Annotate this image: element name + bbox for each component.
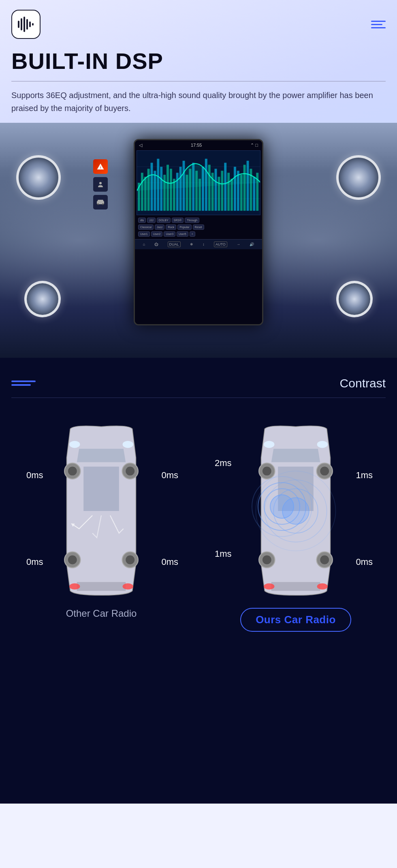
svg-rect-19	[170, 169, 172, 211]
eq-presets-row2: Classical Jazz Rock Popular Reset	[137, 224, 260, 231]
svg-rect-22	[179, 167, 182, 211]
screen-bottom-bar: ⌂ ⏻ DUAL ❄ ↕ AUTO → 🔊	[135, 239, 262, 249]
right-timing-top-right: 1ms	[356, 470, 373, 481]
svg-point-69	[263, 466, 271, 475]
svg-rect-4	[29, 21, 31, 27]
btn-reset[interactable]: Reset	[193, 224, 204, 230]
btn-popular[interactable]: Popular	[177, 224, 191, 230]
btn-user1[interactable]: User1	[138, 231, 150, 237]
btn-dolby[interactable]: DOLBY	[157, 218, 171, 223]
power-icon[interactable]: ⏻	[154, 242, 158, 246]
left-car-wrapper: 0ms 0ms 0ms 0ms	[32, 413, 170, 600]
ours-car-radio-button[interactable]: Ours Car Radio	[240, 608, 351, 632]
sound-wave	[254, 478, 310, 535]
dual-btn[interactable]: DUAL	[168, 242, 181, 247]
right-car-wrapper: 2ms 1ms 1ms 0ms	[227, 413, 365, 600]
screen-top-bar: ◁ 17:55 ⌃ □	[135, 140, 262, 150]
svg-rect-51	[98, 200, 103, 202]
logo-icon	[11, 10, 41, 39]
svg-rect-42	[243, 165, 246, 211]
svg-point-49	[99, 182, 102, 184]
btn-user3[interactable]: User3	[164, 231, 175, 237]
btn-classical[interactable]: Classical	[138, 224, 154, 230]
svg-rect-5	[32, 23, 34, 26]
svg-point-54	[69, 440, 80, 448]
right-car-column: 2ms 1ms 1ms 0ms	[198, 413, 393, 632]
left-timing-top-right: 0ms	[161, 470, 178, 481]
left-car-label-area: Other Car Radio	[66, 608, 137, 619]
person-btn	[93, 177, 108, 192]
svg-rect-37	[227, 173, 230, 211]
btn-user5[interactable]: User5	[177, 231, 188, 237]
screen-status-icons: ⌃ □	[250, 143, 258, 148]
right-timing-top-left: 2ms	[215, 458, 232, 468]
hamburger-menu-icon[interactable]	[371, 21, 386, 28]
svg-rect-39	[234, 167, 236, 211]
svg-rect-34	[218, 177, 220, 211]
svg-rect-10	[141, 173, 143, 211]
wave-circle-4	[252, 476, 312, 537]
svg-text:!: !	[100, 166, 101, 169]
header	[0, 0, 397, 45]
dash-screen: ◁ 17:55 ⌃ □	[134, 139, 263, 325]
svg-rect-31	[208, 165, 211, 211]
svg-point-59	[126, 466, 134, 475]
right-timing-bottom-left: 1ms	[215, 549, 232, 559]
svg-rect-35	[221, 171, 223, 211]
svg-point-65	[123, 583, 133, 589]
recirculate-icon[interactable]: ↕	[203, 242, 205, 246]
svg-point-61	[68, 555, 77, 564]
car-btn	[93, 195, 108, 210]
svg-rect-0	[18, 21, 19, 28]
btn-user2[interactable]: User2	[151, 231, 163, 237]
cars-comparison: 0ms 0ms 0ms 0ms	[0, 405, 397, 632]
hero-description: Supports 36EQ adjustment, and the ultra-…	[0, 89, 397, 123]
volume-icon[interactable]: 🔊	[250, 242, 254, 246]
btn-rock[interactable]: Rock	[166, 224, 176, 230]
left-car-svg	[32, 413, 170, 600]
svg-point-57	[68, 466, 77, 475]
title-divider	[11, 81, 386, 81]
contrast-header: Contrast	[0, 370, 397, 390]
svg-rect-17	[163, 175, 166, 211]
screen-inner: ◁ 17:55 ⌃ □	[135, 140, 262, 324]
speaker-ring-left-bottom	[24, 281, 61, 317]
auto-btn[interactable]: AUTO	[214, 242, 227, 247]
svg-rect-21	[176, 173, 179, 211]
eq-display	[137, 150, 260, 215]
svg-point-66	[264, 440, 274, 448]
svg-point-71	[320, 466, 329, 475]
page-title: BUILT-IN DSP	[0, 45, 397, 74]
arrow-icon[interactable]: →	[237, 242, 240, 246]
btn-jjj[interactable]: JJJ	[147, 218, 156, 223]
top-section: BUILT-IN DSP Supports 36EQ adjustment, a…	[0, 0, 397, 358]
svg-rect-3	[26, 19, 28, 30]
left-timing-bottom-right: 0ms	[161, 557, 178, 567]
dash-side-panel: !	[93, 159, 108, 210]
svg-point-76	[264, 583, 274, 589]
btn-srs[interactable]: SRS®	[172, 218, 184, 223]
svg-point-53	[102, 203, 104, 205]
bottom-section: Contrast 0ms 0ms 0ms 0ms	[0, 358, 397, 804]
svg-point-64	[69, 583, 80, 589]
btn-dts[interactable]: dts	[138, 218, 146, 223]
ac-icon[interactable]: ❄	[190, 242, 193, 246]
btn-jazz[interactable]: Jazz	[155, 224, 164, 230]
right-timing-bottom-right: 0ms	[356, 557, 373, 567]
eq-wave-svg	[137, 151, 260, 215]
svg-rect-1	[21, 18, 22, 30]
contrast-divider	[11, 398, 386, 398]
btn-add[interactable]: +	[190, 231, 195, 237]
speaker-ring-right-top	[336, 155, 381, 200]
home-icon[interactable]: ⌂	[143, 242, 145, 246]
svg-rect-43	[247, 160, 249, 210]
svg-point-63	[126, 555, 134, 564]
left-car-column: 0ms 0ms 0ms 0ms	[4, 413, 198, 619]
other-car-label: Other Car Radio	[66, 608, 137, 619]
screen-time: 17:55	[191, 143, 202, 148]
warning-btn: !	[93, 159, 108, 174]
svg-rect-36	[224, 162, 226, 211]
right-car-label-area: Ours Car Radio	[240, 608, 351, 632]
svg-point-73	[263, 555, 271, 564]
btn-through[interactable]: Through	[185, 218, 199, 223]
